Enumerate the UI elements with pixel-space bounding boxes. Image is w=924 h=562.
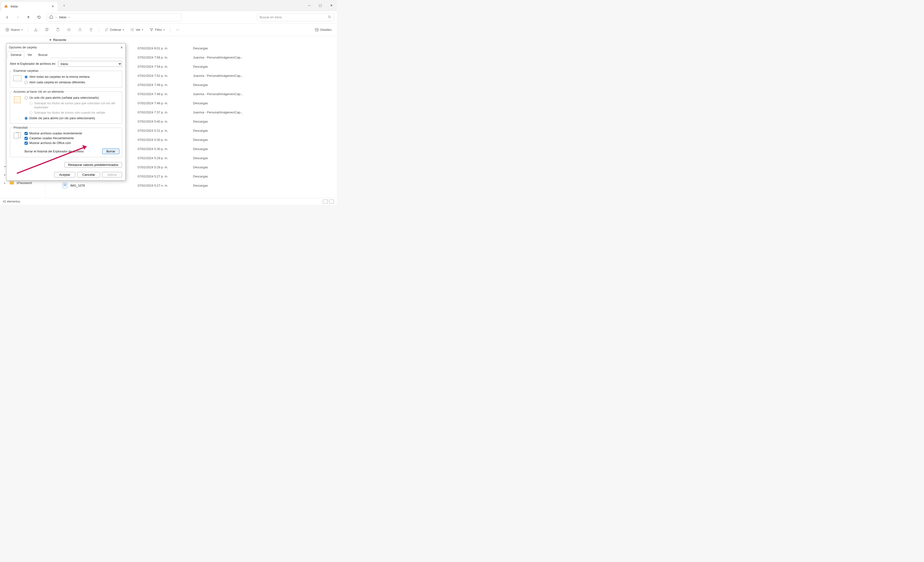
chevron-right-icon[interactable]: ›	[69, 15, 70, 19]
up-button[interactable]	[24, 13, 33, 22]
open-in-select[interactable]: Inicio	[58, 61, 122, 67]
check-frequent[interactable]: Carpetas usadas frecuentemente	[24, 137, 119, 140]
check-recent[interactable]: Mostrar archivos usadas recientemente	[24, 132, 119, 135]
copy-button[interactable]	[42, 26, 52, 34]
window-icon	[13, 75, 21, 81]
new-button[interactable]: Nuevo ▾	[3, 26, 25, 34]
file-date: 07/02/2024 5:30 p. m.	[138, 138, 193, 141]
new-tab-button[interactable]: ＋	[60, 3, 68, 8]
section-label: Reciente	[53, 38, 66, 42]
folder-options-dialog: Opciones de carpeta ✕ General Ver Buscar…	[6, 44, 126, 180]
folder-icon	[10, 181, 14, 185]
examine-group: Examinar carpetas Abrir todas las carpet…	[10, 69, 122, 88]
clear-button[interactable]: Borrar	[102, 149, 119, 154]
tab-ver[interactable]: Ver	[24, 51, 35, 58]
tab-general[interactable]: General	[8, 51, 24, 58]
file-location: Descargas	[193, 101, 208, 105]
radio-single-click[interactable]: Un solo clic para abrirlo (señalar para …	[24, 96, 119, 100]
file-location: Juanma - Personal\Imágenes\Cap...	[193, 92, 243, 96]
view-grid-button[interactable]	[329, 200, 334, 203]
radio-underline-match: Subrayar los títulos de iconos para que …	[24, 101, 119, 110]
sort-button[interactable]: Ordenar ▾	[102, 26, 127, 34]
minimize-button[interactable]: ─	[304, 0, 315, 11]
file-date: 07/02/2024 7:56 p. m.	[138, 56, 193, 59]
section-recent[interactable]: ▾ Reciente	[46, 36, 337, 44]
refresh-button[interactable]	[34, 13, 44, 22]
tab-inicio[interactable]: Inicio ✕	[2, 2, 57, 11]
paste-button[interactable]	[53, 26, 63, 34]
status-bar: 41 elementos	[0, 198, 337, 205]
filter-button[interactable]: Filtro ▾	[147, 26, 167, 34]
search-input[interactable]: Buscar en Inicio	[257, 13, 334, 21]
file-row[interactable]: IMG_1078 07/02/2024 5:27 n. m. Descargas	[46, 181, 337, 190]
restore-defaults-button[interactable]: Restaurar valores predeterminados	[64, 162, 122, 168]
svg-rect-5	[46, 28, 48, 30]
breadcrumb[interactable]: Inicio	[59, 15, 66, 19]
file-location: Descargas	[193, 138, 208, 141]
radio-same-window[interactable]: Abrir todas las carpetas en la misma ven…	[24, 75, 119, 79]
tab-buscar[interactable]: Buscar	[35, 51, 51, 58]
open-in-label: Abrir el Explorador de archivos en:	[10, 62, 56, 66]
cut-button[interactable]	[31, 26, 40, 34]
chevron-down-icon: ▾	[164, 29, 165, 31]
tab-close-icon[interactable]: ✕	[51, 5, 54, 8]
file-location: Descargas	[193, 174, 208, 178]
file-date: 07/02/2024 5:29 p. m.	[138, 156, 193, 160]
file-location: Descargas	[193, 147, 208, 151]
apply-button: Aplicar	[102, 172, 122, 177]
svg-point-10	[131, 29, 131, 29]
address-bar[interactable]: › Inicio ›	[46, 13, 182, 21]
file-date: 07/02/2024 7:37 p. m.	[138, 111, 193, 114]
radio-diff-window[interactable]: Abrir cada carpeta en ventanas diferente…	[24, 80, 119, 84]
file-location: Descargas	[193, 156, 208, 160]
tab-label: Inicio	[10, 5, 18, 8]
rename-button[interactable]: A	[64, 26, 74, 34]
maximize-button[interactable]: ▢	[315, 0, 326, 11]
cancel-button[interactable]: Cancelar	[77, 172, 100, 177]
check-office[interactable]: Mostrar archivos de Office.com	[24, 141, 119, 145]
ok-button[interactable]: Aceptar	[54, 172, 75, 177]
radio-double-click[interactable]: Doble clic para abrirlo (un clic para se…	[24, 116, 119, 120]
dialog-close-button[interactable]: ✕	[120, 46, 123, 50]
forward-button[interactable]	[14, 13, 22, 22]
details-label: Detalles	[320, 28, 332, 32]
file-location: Descargas	[193, 129, 208, 132]
file-date: 07/02/2024 7:54 p. m.	[138, 65, 193, 68]
file-location: Descargas	[193, 47, 208, 50]
details-button[interactable]: Detalles	[312, 26, 334, 34]
view-label: Ver	[136, 28, 141, 32]
chevron-down-icon: ▾	[123, 29, 124, 31]
privacy-legend: Privacidad	[12, 126, 28, 129]
view-button[interactable]: Ver ▾	[128, 26, 146, 34]
file-date: 07/02/2024 7:52 p. m.	[138, 74, 193, 78]
chevron-down-icon: ▾	[21, 29, 22, 31]
back-button[interactable]	[3, 13, 12, 22]
file-icon	[63, 182, 68, 188]
svg-point-12	[131, 31, 131, 31]
file-location: Juanma - Personal\Imágenes\Cap...	[193, 74, 243, 78]
close-window-button[interactable]: ✕	[326, 0, 337, 11]
delete-button[interactable]	[86, 26, 96, 34]
svg-point-0	[328, 16, 330, 18]
chevron-down-icon: ▾	[142, 29, 143, 31]
file-location: Juanma - Personal\Imágenes\Cap...	[193, 56, 243, 59]
search-icon	[328, 15, 332, 20]
privacy-icon	[14, 132, 21, 138]
examine-legend: Examinar carpetas	[12, 69, 39, 72]
sidebar-1pw-label: 1Password	[16, 181, 32, 185]
file-location: Descargas	[193, 65, 208, 68]
view-list-button[interactable]	[323, 200, 328, 203]
svg-text:A: A	[68, 29, 69, 31]
click-legend: Acciones al hacer clic en un elemento	[12, 90, 65, 93]
toolbar: Nuevo ▾ A Ordenar ▾ Ver ▾ Filtro ▾ ⋯ Det…	[0, 24, 337, 36]
home-icon	[50, 15, 53, 20]
file-date: 07/02/2024 7:49 p. m.	[138, 83, 193, 87]
more-button[interactable]: ⋯	[173, 26, 183, 34]
file-location: Juanma - Personal\Imágenes\Cap...	[193, 111, 243, 114]
file-location: Descargas	[193, 83, 208, 87]
file-date: 07/02/2024 5:31 p. m.	[138, 129, 193, 132]
item-count: 41 elementos	[3, 200, 20, 203]
share-button[interactable]	[75, 26, 85, 34]
file-location: Descargas	[193, 120, 208, 123]
file-date: 07/02/2024 5:27 p. m.	[138, 174, 193, 178]
